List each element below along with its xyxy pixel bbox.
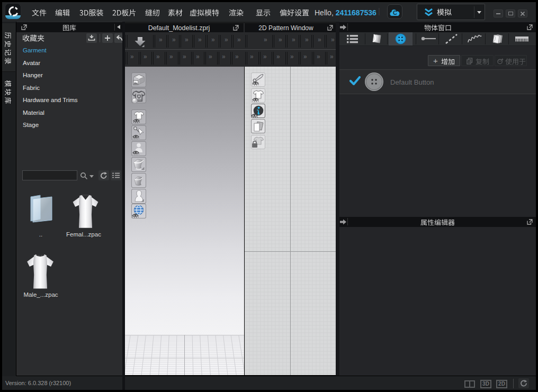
svg-text:C: C <box>393 10 397 16</box>
